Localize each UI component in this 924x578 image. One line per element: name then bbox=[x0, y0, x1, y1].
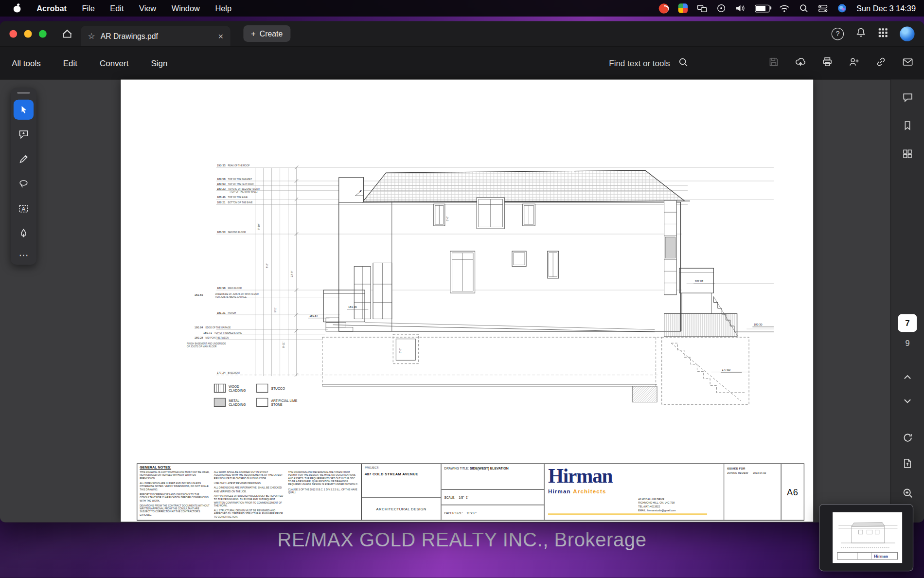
share-upload-icon[interactable] bbox=[795, 56, 806, 70]
zoom-window-button[interactable] bbox=[39, 30, 47, 37]
right-panel-rail: 7 9 bbox=[890, 80, 924, 523]
acrobat-toolbar: All tools Edit Convert Sign Find text or… bbox=[0, 47, 924, 80]
find-label: Find text or tools bbox=[609, 58, 670, 67]
issued-date: 2023-04-02 bbox=[753, 471, 766, 474]
firm-name-1: Hirman bbox=[548, 488, 571, 494]
email-icon[interactable] bbox=[902, 56, 913, 70]
windows bbox=[354, 198, 676, 319]
all-tools-menu[interactable]: All tools bbox=[12, 58, 40, 67]
find-text-button[interactable]: Find text or tools bbox=[609, 57, 688, 69]
document-tab[interactable]: ☆ AR Drawings.pdf × bbox=[81, 26, 231, 46]
svg-text:180.71TOP OF FINISHED STONE: 180.71TOP OF FINISHED STONE bbox=[203, 331, 242, 334]
sign-tool[interactable] bbox=[14, 223, 34, 243]
print-icon[interactable] bbox=[822, 56, 833, 70]
control-center-icon[interactable] bbox=[818, 4, 828, 13]
edit-menu[interactable]: Edit bbox=[63, 58, 77, 67]
more-tools-button[interactable]: ⋯ bbox=[19, 248, 28, 261]
battery-icon[interactable] bbox=[755, 4, 770, 12]
svg-text:182.83: 182.83 bbox=[195, 293, 203, 296]
volume-icon[interactable] bbox=[736, 4, 746, 12]
wood-cladding-swatch bbox=[214, 384, 226, 393]
bookmarks-panel-icon[interactable] bbox=[891, 111, 924, 140]
menubar-clock[interactable]: Sun Dec 3 14:39 bbox=[856, 4, 916, 13]
svg-text:183.98MAIN FLOOR: 183.98MAIN FLOOR bbox=[217, 287, 242, 289]
svg-text:9'-1": 9'-1" bbox=[274, 307, 277, 313]
wifi-icon[interactable] bbox=[779, 4, 790, 12]
legend-label: WOOD CLADDING bbox=[229, 385, 256, 392]
create-button[interactable]: + Create bbox=[243, 25, 290, 42]
app-switcher-grid-icon[interactable] bbox=[878, 27, 888, 39]
lasso-tool[interactable] bbox=[14, 174, 34, 194]
palette-drag-handle[interactable] bbox=[17, 92, 30, 94]
select-tool[interactable] bbox=[14, 100, 34, 120]
discipline-label: ARCHITECTURAL DESIGN bbox=[362, 497, 441, 520]
menu-view[interactable]: View bbox=[139, 4, 156, 13]
minimize-window-button[interactable] bbox=[24, 30, 32, 37]
quick-tools-palette: A ⋯ bbox=[11, 88, 36, 265]
svg-text:180.87: 180.87 bbox=[309, 314, 318, 317]
export-page-icon[interactable] bbox=[891, 449, 924, 477]
comments-panel-icon[interactable] bbox=[891, 83, 924, 111]
app-grid-status-icon[interactable] bbox=[678, 3, 688, 13]
pip-preview-window[interactable]: Hirman bbox=[819, 504, 913, 571]
menu-edit[interactable]: Edit bbox=[110, 4, 124, 13]
apple-menu-icon[interactable] bbox=[13, 3, 21, 13]
thumbnails-panel-icon[interactable] bbox=[891, 140, 924, 168]
paper-size-value: 11"x17" bbox=[466, 511, 477, 514]
sign-menu[interactable]: Sign bbox=[151, 58, 167, 67]
issued-for-label: ISSUED FOR bbox=[727, 466, 778, 470]
menu-app-name[interactable]: Acrobat bbox=[36, 4, 67, 13]
home-icon[interactable] bbox=[62, 28, 72, 39]
siri-icon[interactable] bbox=[837, 3, 847, 13]
traffic-lights bbox=[0, 30, 57, 37]
close-window-button[interactable] bbox=[9, 30, 17, 37]
notifications-bell-icon[interactable] bbox=[855, 27, 866, 40]
project-label: PROJECT: bbox=[365, 466, 438, 469]
spotlight-icon[interactable] bbox=[800, 3, 809, 13]
screen-mirroring-icon[interactable] bbox=[697, 4, 708, 13]
text-box-tool[interactable]: A bbox=[14, 199, 34, 218]
svg-text:188.21BOTTOM OF THE EAVE: 188.21BOTTOM OF THE EAVE bbox=[217, 201, 252, 204]
comment-tool[interactable] bbox=[14, 125, 34, 144]
svg-text:6'-0": 6'-0" bbox=[399, 348, 402, 353]
current-page-indicator[interactable]: 7 bbox=[898, 314, 917, 332]
lime-stone-swatch bbox=[256, 398, 268, 407]
menu-help[interactable]: Help bbox=[215, 4, 231, 13]
desktop-watermark: RE/MAX GOLD REALTY INC., Brokerage bbox=[0, 529, 924, 551]
stucco-swatch bbox=[256, 384, 268, 393]
drawing-title-cell: DRAWING TITLE: SIDE(WEST) ELEVATION SCAL… bbox=[442, 464, 545, 520]
svg-text:189.53TOP OF THE FLAT ROOF: 189.53TOP OF THE FLAT ROOF bbox=[217, 182, 254, 185]
add-user-icon[interactable] bbox=[849, 56, 860, 70]
svg-text:UNDERSIDE OF JOISTS OF MAIN FL: UNDERSIDE OF JOISTS OF MAIN FLOOR bbox=[215, 293, 259, 295]
recording-status-icon[interactable] bbox=[659, 3, 669, 14]
next-page-button[interactable] bbox=[891, 387, 924, 415]
logo-underline bbox=[548, 513, 707, 515]
svg-text:Hirman: Hirman bbox=[874, 554, 888, 559]
svg-text:180.84EDGE OF THE GARAGE: 180.84EDGE OF THE GARAGE bbox=[195, 326, 231, 329]
close-tab-icon[interactable]: × bbox=[218, 31, 224, 41]
favorite-star-icon[interactable]: ☆ bbox=[88, 31, 95, 40]
issued-review: ZONING REVIEW bbox=[727, 471, 748, 474]
svg-text:5'-0": 5'-0" bbox=[446, 216, 449, 221]
drawing-title-value: SIDE(WEST) ELEVATION bbox=[470, 466, 509, 470]
svg-text:9'-10": 9'-10" bbox=[257, 223, 260, 230]
pdf-page[interactable]: 9'-10" 8'-2" 9'-1" 8'-11" 22'-9" 5'-0" 5… bbox=[121, 80, 813, 522]
menu-window[interactable]: Window bbox=[172, 4, 200, 13]
paper-size-label: PAPER SIZE: bbox=[444, 511, 463, 514]
rotate-page-icon[interactable] bbox=[891, 423, 924, 452]
issued-cell: ISSUED FOR ZONING REVIEW 2023-04-02 bbox=[724, 464, 782, 520]
convert-menu[interactable]: Convert bbox=[100, 58, 128, 67]
location-services-icon[interactable] bbox=[717, 3, 726, 13]
legend-label: ARTIFICIAL LIME STONE bbox=[271, 399, 298, 406]
zoom-panel-icon[interactable] bbox=[891, 479, 924, 507]
tab-title: AR Drawings.pdf bbox=[101, 32, 158, 40]
help-icon[interactable]: ? bbox=[832, 27, 844, 39]
general-notes: GENERAL NOTES: THIS DRAWING IS COPYRIGHT… bbox=[137, 464, 362, 520]
svg-text:22'-9": 22'-9" bbox=[290, 271, 293, 277]
user-avatar[interactable] bbox=[900, 26, 914, 41]
svg-text:181.36: 181.36 bbox=[348, 306, 357, 308]
menu-file[interactable]: File bbox=[82, 4, 94, 13]
link-icon[interactable] bbox=[876, 56, 887, 70]
highlight-tool[interactable] bbox=[14, 149, 34, 169]
firm-address: 46 MCCALLUM DRIVE RICHMOND HILL, ON, L4C… bbox=[634, 498, 720, 518]
